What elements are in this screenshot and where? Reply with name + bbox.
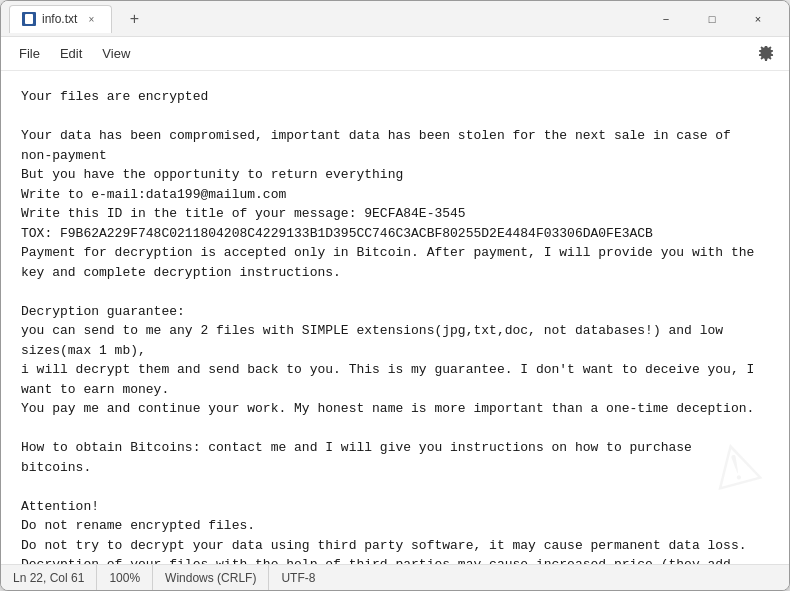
cursor-position: Ln 22, Col 61: [13, 565, 97, 590]
tab-close-button[interactable]: ×: [83, 11, 99, 27]
menubar: File Edit View: [1, 37, 789, 71]
gear-icon: [758, 46, 774, 62]
titlebar: info.txt × + − □ ×: [1, 1, 789, 37]
statusbar: Ln 22, Col 61 100% Windows (CRLF) UTF-8: [1, 564, 789, 590]
new-tab-button[interactable]: +: [120, 5, 148, 33]
menu-file[interactable]: File: [9, 42, 50, 65]
maximize-button[interactable]: □: [689, 1, 735, 37]
settings-button[interactable]: [751, 39, 781, 69]
file-tab-icon: [22, 12, 36, 26]
encoding: UTF-8: [269, 565, 327, 590]
text-content-area[interactable]: Your files are encrypted Your data has b…: [1, 71, 789, 564]
tab-title: info.txt: [42, 12, 77, 26]
notepad-window: info.txt × + − □ × File Edit View Your f…: [0, 0, 790, 591]
titlebar-left: info.txt × +: [9, 5, 643, 33]
close-button[interactable]: ×: [735, 1, 781, 37]
menu-view[interactable]: View: [92, 42, 140, 65]
menu-edit[interactable]: Edit: [50, 42, 92, 65]
zoom-level: 100%: [97, 565, 153, 590]
line-ending: Windows (CRLF): [153, 565, 269, 590]
minimize-button[interactable]: −: [643, 1, 689, 37]
window-controls: − □ ×: [643, 1, 781, 37]
file-tab[interactable]: info.txt ×: [9, 5, 112, 33]
file-text: Your files are encrypted Your data has b…: [21, 87, 769, 564]
